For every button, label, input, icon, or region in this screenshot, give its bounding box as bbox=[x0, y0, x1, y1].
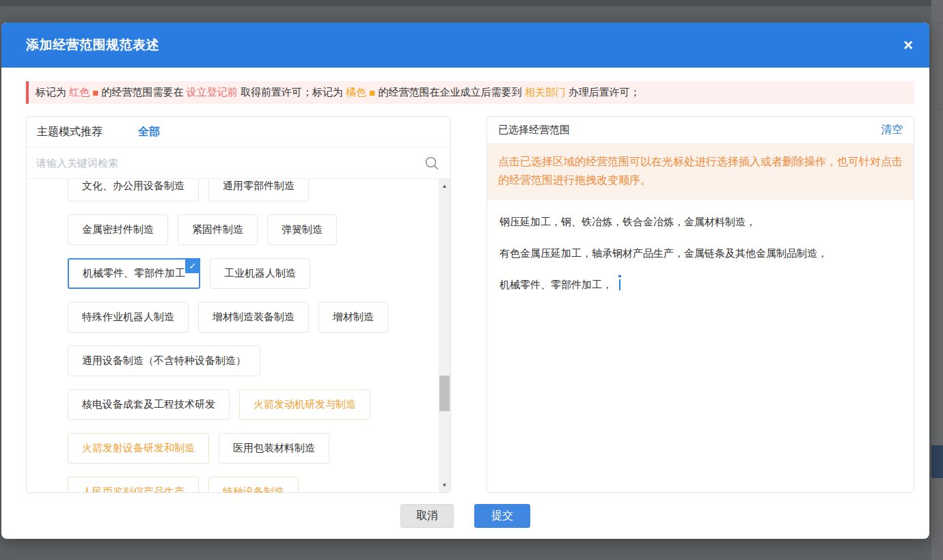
search-input[interactable] bbox=[27, 148, 450, 178]
selected-scope-panel: 已选择经营范围 清空 点击已选择区域的经营范围可以在光标处进行选择插入或者删除操… bbox=[487, 116, 914, 493]
notice-text: 标记为 bbox=[36, 86, 69, 99]
scrollbar-divider bbox=[931, 23, 943, 23]
add-business-scope-dialog: 添加经营范围规范表述 × 标记为 红色 ■ 的经营范围需要在 设立登记前 取得前… bbox=[1, 23, 929, 539]
selected-panel-hint: 点击已选择区域的经营范围可以在光标处进行选择插入或者删除操作，也可针对点击的经营… bbox=[487, 144, 914, 199]
tag-button[interactable]: 增材制造 bbox=[318, 302, 388, 333]
selected-scope-line[interactable]: 钢压延加工，钢、铁冶炼，铁合金冶炼，金属材料制造， bbox=[500, 214, 901, 229]
tag-button-selected[interactable]: 机械零件、零部件加工 ✓ bbox=[68, 258, 200, 289]
clear-all-link[interactable]: 清空 bbox=[881, 123, 903, 137]
tag-button[interactable]: 工业机器人制造 bbox=[210, 258, 310, 289]
tag-row: 机械零件、零部件加工 ✓ 工业机器人制造 bbox=[68, 258, 450, 289]
browser-scrollbar-thumb[interactable] bbox=[931, 445, 943, 478]
scrollbar-divider bbox=[931, 109, 943, 110]
cancel-button[interactable]: 取消 bbox=[400, 504, 454, 528]
selected-scope-line[interactable]: 有色金属压延加工，轴承钢材产品生产，金属链条及其他金属制品制造， bbox=[500, 246, 901, 261]
tab-all[interactable]: 全部 bbox=[138, 125, 160, 139]
tag-label: 机械零件、零部件加工 bbox=[83, 267, 185, 280]
dimmed-page-top bbox=[0, 0, 943, 6]
tag-row: 核电设备成套及工程技术研发 火箭发动机研发与制造 bbox=[68, 389, 450, 420]
tag-row: 通用设备制造（不含特种设备制造） bbox=[68, 346, 450, 376]
tag-button[interactable]: 医用包装材料制造 bbox=[219, 433, 329, 464]
tag-button[interactable]: 核电设备成套及工程技术研发 bbox=[68, 389, 230, 420]
tag-button-orange[interactable]: 特种设备制造 bbox=[208, 477, 299, 492]
submit-button[interactable]: 提交 bbox=[474, 504, 530, 528]
text-cursor bbox=[619, 279, 620, 290]
selected-scope-line[interactable]: 机械零件、零部件加工， bbox=[500, 277, 901, 292]
tag-row: 特殊作业机器人制造 增材制造装备制造 增材制造 bbox=[68, 302, 450, 333]
notice-prepermit: 设立登记前 bbox=[187, 86, 238, 99]
selected-panel-title: 已选择经营范围 bbox=[498, 124, 570, 137]
tag-button[interactable]: 通用零部件制造 bbox=[208, 179, 309, 201]
search-icon[interactable] bbox=[424, 156, 439, 171]
dialog-title: 添加经营范围规范表述 bbox=[26, 36, 159, 54]
tag-list: 文化、办公用设备制造 通用零部件制造 金属密封件制造 紧固件制造 弹簧制造 机械… bbox=[27, 179, 450, 492]
catalog-panel: 主题模式推荐 全部 文化、办公用设备制造 通用零部件制造 金属密封件制造 紧固件… bbox=[26, 116, 451, 493]
tag-rows: 文化、办公用设备制造 通用零部件制造 金属密封件制造 紧固件制造 弹簧制造 机械… bbox=[68, 179, 450, 492]
tag-button[interactable]: 增材制造装备制造 bbox=[198, 302, 309, 333]
catalog-tabs: 主题模式推荐 全部 bbox=[27, 117, 450, 148]
browser-scrollbar[interactable] bbox=[931, 0, 943, 560]
dialog-header: 添加经营范围规范表述 × bbox=[1, 23, 929, 68]
search-row bbox=[27, 148, 450, 179]
notice-text: 取得前置许可；标记为 bbox=[238, 86, 346, 99]
tag-button-orange[interactable]: 人民币鉴别仪产品生产 bbox=[68, 477, 199, 492]
scroll-up-icon[interactable]: ▲ bbox=[439, 180, 450, 192]
notice-orange-word: 橘色 bbox=[346, 86, 366, 99]
close-icon[interactable]: × bbox=[903, 37, 913, 53]
tag-button[interactable]: 金属密封件制造 bbox=[68, 214, 168, 245]
scroll-down-icon[interactable]: ▼ bbox=[439, 479, 450, 491]
notice-text: 办理后置许可； bbox=[566, 86, 640, 99]
red-square-icon: ■ bbox=[90, 87, 101, 98]
selected-scope-editor[interactable]: 钢压延加工，钢、铁冶炼，铁合金冶炼，金属材料制造， 有色金属压延加工，轴承钢材产… bbox=[487, 199, 914, 324]
tag-row: 火箭发射设备研发和制造 医用包装材料制造 bbox=[68, 433, 450, 464]
notice-dept-word: 相关部门 bbox=[525, 86, 566, 99]
tag-button[interactable]: 弹簧制造 bbox=[267, 214, 337, 245]
list-scrollbar-thumb[interactable] bbox=[439, 376, 450, 411]
tag-row: 文化、办公用设备制造 通用零部件制造 bbox=[68, 179, 450, 201]
dialog-footer: 取消 提交 bbox=[1, 504, 929, 528]
notice-text: 的经营范围在企业成立后需要到 bbox=[379, 86, 525, 99]
notice-red-word: 红色 bbox=[69, 86, 90, 99]
tag-row: 金属密封件制造 紧固件制造 弹簧制造 bbox=[68, 214, 450, 245]
tag-button[interactable]: 通用设备制造（不含特种设备制造） bbox=[68, 346, 260, 376]
checkmark-icon: ✓ bbox=[185, 258, 200, 273]
notice-text: 的经营范围需要在 bbox=[102, 86, 187, 99]
list-scrollbar[interactable]: ▲ ▼ bbox=[439, 179, 450, 492]
orange-square-icon: ■ bbox=[366, 87, 378, 98]
selected-scope-text[interactable]: 机械零件、零部件加工， bbox=[500, 279, 612, 290]
tag-button-orange[interactable]: 火箭发动机研发与制造 bbox=[239, 389, 370, 420]
tab-theme-recommend[interactable]: 主题模式推荐 bbox=[37, 125, 102, 139]
tag-button[interactable]: 文化、办公用设备制造 bbox=[68, 179, 199, 201]
tag-button-orange[interactable]: 火箭发射设备研发和制造 bbox=[68, 433, 209, 464]
legend-notice: 标记为 红色 ■ 的经营范围需要在 设立登记前 取得前置许可；标记为 橘色 ■ … bbox=[26, 81, 914, 104]
tag-row: 人民币鉴别仪产品生产 特种设备制造 bbox=[68, 477, 450, 492]
tag-button[interactable]: 特殊作业机器人制造 bbox=[68, 302, 189, 333]
tag-button[interactable]: 紧固件制造 bbox=[178, 214, 258, 245]
selected-panel-header: 已选择经营范围 清空 bbox=[487, 117, 914, 144]
